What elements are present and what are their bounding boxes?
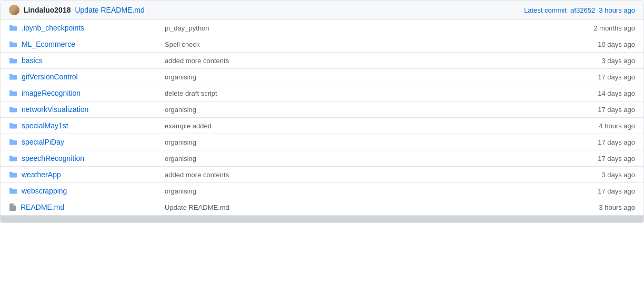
table-row: README.md Update README.md 3 hours ago [1,199,643,215]
file-name-col: .ipynb_checkpoints [9,24,156,32]
file-link[interactable]: basics [22,56,43,65]
commit-hash[interactable]: af32652 [570,6,595,14]
file-name-col: README.md [9,203,156,211]
file-link[interactable]: gitVersionControl [22,73,78,81]
file-browser: Lindaluo2018 Update README.md Latest com… [0,0,644,223]
commit-message-col: organising [156,187,561,195]
commit-message-col: organising [156,138,561,146]
file-name-col: specialMay1st [9,121,156,130]
file-name-col: networkVisualization [9,105,156,114]
commit-message-col: delete draft script [156,89,561,97]
commit-message-link[interactable]: Update README.md [75,6,144,14]
folder-icon [9,24,17,32]
commit-message-col: organising [156,73,561,81]
commit-message-col: Update README.md [156,204,561,211]
commit-message-col: organising [156,155,561,162]
time-col: 4 hours ago [561,122,635,130]
file-link[interactable]: webscrapping [22,187,67,195]
commit-message-col: organising [156,106,561,114]
time-col: 17 days ago [561,106,635,114]
file-link[interactable]: networkVisualization [22,105,88,114]
commit-info: Latest commit af32652 3 hours ago [524,6,635,14]
folder-icon [9,105,17,114]
table-row: .ipynb_checkpoints pi_day_python 2 month… [1,20,643,36]
file-name-col: weatherApp [9,170,156,179]
folder-icon [9,170,17,179]
file-name-col: basics [9,56,156,65]
file-name-col: imageRecognition [9,89,156,97]
folder-icon [9,73,17,81]
file-link[interactable]: speechRecognition [22,154,84,162]
time-col: 3 days ago [561,57,635,65]
time-col: 17 days ago [561,138,635,146]
table-row: specialPiDay organising 17 days ago [1,134,643,150]
folder-icon [9,56,17,65]
file-link[interactable]: README.md [21,203,64,211]
file-name-col: webscrapping [9,187,156,195]
commit-header: Lindaluo2018 Update README.md Latest com… [1,1,643,20]
commit-message-col: added more contents [156,171,561,179]
file-link[interactable]: imageRecognition [22,89,80,97]
folder-icon [9,40,17,48]
time-col: 3 days ago [561,171,635,179]
table-row: basics added more contents 3 days ago [1,53,643,69]
table-row: imageRecognition delete draft script 14 … [1,85,643,101]
avatar [9,5,19,15]
file-name-col: ML_Ecommerce [9,40,156,48]
folder-icon [9,89,17,97]
folder-icon [9,138,17,146]
time-col: 17 days ago [561,155,635,162]
scrollbar[interactable] [1,215,643,222]
file-link[interactable]: specialMay1st [22,121,68,130]
table-row: gitVersionControl organising 17 days ago [1,69,643,85]
file-link[interactable]: weatherApp [22,170,61,179]
time-col: 14 days ago [561,89,635,97]
header-left: Lindaluo2018 Update README.md [9,5,145,15]
file-link[interactable]: specialPiDay [22,138,64,146]
file-link[interactable]: ML_Ecommerce [22,40,75,48]
file-name-col: speechRecognition [9,154,156,162]
time-col: 17 days ago [561,187,635,195]
folder-icon [9,154,17,162]
commit-message-col: example added [156,122,561,130]
time-col: 2 months ago [561,24,635,32]
table-row: networkVisualization organising 17 days … [1,101,643,118]
folder-icon [9,121,17,130]
file-link[interactable]: .ipynb_checkpoints [22,24,84,32]
commit-time: 3 hours ago [599,6,635,14]
file-name-col: specialPiDay [9,138,156,146]
time-col: 10 days ago [561,40,635,48]
file-icon [9,203,16,211]
commit-message-col: Spell check [156,40,561,48]
table-row: speechRecognition organising 17 days ago [1,150,643,167]
table-row: ML_Ecommerce Spell check 10 days ago [1,36,643,53]
table-row: specialMay1st example added 4 hours ago [1,118,643,134]
table-row: webscrapping organising 17 days ago [1,183,643,199]
table-row: weatherApp added more contents 3 days ag… [1,167,643,183]
commit-message-col: pi_day_python [156,24,561,32]
folder-icon [9,187,17,195]
time-col: 17 days ago [561,73,635,81]
file-list: .ipynb_checkpoints pi_day_python 2 month… [1,20,643,215]
latest-commit-label: Latest commit [524,6,567,14]
time-col: 3 hours ago [561,204,635,211]
username[interactable]: Lindaluo2018 [24,6,71,14]
file-name-col: gitVersionControl [9,73,156,81]
commit-message-col: added more contents [156,57,561,65]
